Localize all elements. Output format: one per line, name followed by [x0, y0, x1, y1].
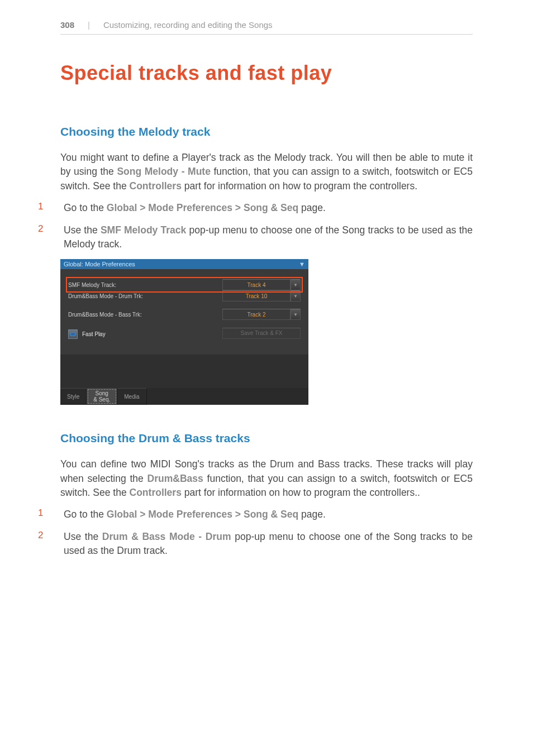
- ui-ref-global-prefs: Global > Mode Preferences > Song & Seq: [107, 509, 298, 520]
- ui-ref-drum-bass-mode-drum: Drum & Bass Mode - Drum: [102, 531, 231, 542]
- save-track-fx-button[interactable]: Save Track & FX: [222, 328, 301, 339]
- step-number: 2: [38, 223, 47, 252]
- text: page.: [298, 509, 326, 520]
- smf-melody-track-dropdown[interactable]: Track 4 ▼: [222, 279, 301, 290]
- step-1-drumbass: 1 Go to the Global > Mode Preferences > …: [60, 508, 473, 521]
- smf-melody-track-label: SMF Melody Track:: [68, 282, 116, 288]
- chevron-down-icon: ▼: [291, 279, 301, 290]
- ui-ref-drum-bass: Drum&Bass: [147, 473, 203, 484]
- tabs-row: Style Song& Seq. Media: [60, 388, 308, 405]
- tab-song-seq[interactable]: Song& Seq.: [87, 388, 117, 405]
- step-1-melody: 1 Go to the Global > Mode Preferences > …: [60, 201, 473, 215]
- smf-melody-track-row: SMF Melody Track: Track 4 ▼: [67, 278, 302, 291]
- screenshot-body: SMF Melody Track: Track 4 ▼ Drum&Bass Mo…: [60, 269, 308, 355]
- ui-ref-global-prefs: Global > Mode Preferences > Song & Seq: [107, 202, 298, 213]
- ui-ref-controllers: Controllers: [130, 487, 182, 498]
- dropdown-value: Track 4: [222, 279, 291, 290]
- drum-trk-label: Drum&Bass Mode - Drum Trk:: [68, 293, 143, 299]
- header-divider: |: [88, 20, 90, 30]
- drumbass-paragraph: You can define two MIDI Song's tracks as…: [60, 457, 473, 500]
- ui-ref-controllers: Controllers: [130, 180, 182, 192]
- dropdown-value: Track 2: [222, 309, 291, 320]
- screenshot-container: Global: Mode Preferences ▼ SMF Melody Tr…: [60, 259, 473, 405]
- fast-play-group: Fast Play: [68, 329, 106, 339]
- page-header: 308| Customizing, recording and editing …: [60, 20, 473, 35]
- step-number: 2: [38, 530, 47, 558]
- dropdown-value: Track 10: [222, 290, 291, 302]
- tab-style[interactable]: Style: [60, 388, 87, 405]
- menu-dropdown-icon[interactable]: ▼: [299, 261, 305, 267]
- step-number: 1: [38, 201, 47, 215]
- chevron-down-icon: ▼: [291, 309, 301, 320]
- ui-ref-song-melody-mute: Song Melody - Mute: [117, 166, 210, 177]
- fast-play-label: Fast Play: [82, 331, 106, 337]
- chapter-title: Customizing, recording and editing the S…: [103, 20, 273, 30]
- screenshot-titlebar: Global: Mode Preferences ▼: [60, 259, 308, 269]
- ui-ref-smf-melody-track: SMF Melody Track: [101, 224, 186, 236]
- text: Use the: [64, 224, 101, 236]
- page-content: 308| Customizing, recording and editing …: [0, 0, 533, 558]
- screenshot-title: Global: Mode Preferences: [64, 261, 135, 267]
- section-heading-melody: Choosing the Melody track: [60, 125, 473, 138]
- bass-trk-label: Drum&Bass Mode - Bass Trk:: [68, 312, 142, 318]
- bass-trk-dropdown[interactable]: Track 2 ▼: [222, 309, 301, 320]
- text: page.: [298, 202, 326, 213]
- step-text: Use the SMF Melody Track pop-up menu to …: [64, 223, 473, 252]
- step-text: Use the Drum & Bass Mode - Drum pop-up m…: [64, 530, 473, 558]
- step-text: Go to the Global > Mode Preferences > So…: [64, 201, 473, 215]
- step-2-drumbass: 2 Use the Drum & Bass Mode - Drum pop-up…: [60, 530, 473, 558]
- chevron-down-icon: ▼: [291, 290, 301, 302]
- section-heading-drumbass: Choosing the Drum & Bass tracks: [60, 432, 473, 445]
- text: Go to the: [64, 202, 107, 213]
- fast-play-row: Fast Play Save Track & FX: [68, 327, 301, 339]
- drum-trk-row: Drum&Bass Mode - Drum Trk: Track 10 ▼: [68, 290, 301, 302]
- screenshot-global-prefs: Global: Mode Preferences ▼ SMF Melody Tr…: [60, 259, 308, 405]
- tab-media[interactable]: Media: [117, 388, 146, 405]
- step-2-melody: 2 Use the SMF Melody Track pop-up menu t…: [60, 223, 473, 252]
- text: part for information on how to program t…: [182, 487, 420, 498]
- drum-trk-dropdown[interactable]: Track 10 ▼: [222, 290, 301, 302]
- step-text: Go to the Global > Mode Preferences > So…: [64, 508, 473, 521]
- text: Use the: [64, 531, 102, 542]
- step-number: 1: [38, 508, 47, 521]
- text: Go to the: [64, 509, 107, 520]
- fast-play-checkbox[interactable]: [68, 329, 78, 339]
- checkbox-checked-indicator: [70, 332, 75, 336]
- main-title: Special tracks and fast play: [60, 61, 473, 85]
- bass-trk-row: Drum&Bass Mode - Bass Trk: Track 2 ▼: [68, 309, 301, 320]
- melody-paragraph: You might want to define a Player's trac…: [60, 151, 473, 193]
- page-number: 308: [60, 20, 74, 30]
- text: part for information on how to program t…: [182, 180, 417, 192]
